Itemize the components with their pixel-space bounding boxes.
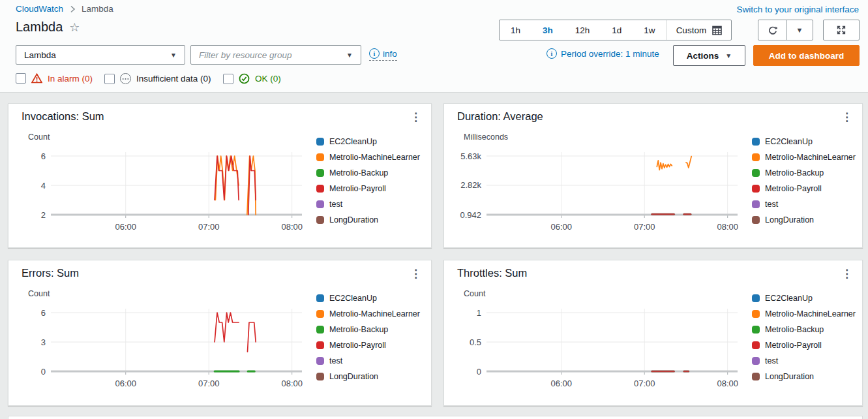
legend-item[interactable]: Metrolio-MachineLearner <box>752 309 856 318</box>
info-link[interactable]: i info <box>369 48 397 61</box>
legend-item[interactable]: test <box>316 200 420 209</box>
time-range-12h[interactable]: 12h <box>564 20 601 40</box>
fullscreen-button[interactable] <box>823 20 860 40</box>
chart-menu-button[interactable]: ⋮ <box>406 109 426 125</box>
ok-checkbox[interactable] <box>223 74 233 84</box>
favorite-star-icon[interactable]: ☆ <box>69 20 80 35</box>
y-axis-unit-label: Count <box>28 132 50 142</box>
insufficient-data-label: Insufficient data (0) <box>136 74 211 84</box>
legend-item[interactable]: Metrolio-MachineLearner <box>316 153 420 162</box>
legend-item[interactable]: LongDuration <box>316 372 420 381</box>
time-range-1h[interactable]: 1h <box>500 20 531 40</box>
legend-item[interactable]: Metrolio-Backup <box>316 168 420 178</box>
legend-item[interactable]: EC2CleanUp <box>316 294 420 303</box>
chart-plot[interactable]: 06:0007:0008:00036 <box>19 300 319 392</box>
add-to-dashboard-button[interactable]: Add to dashboard <box>753 45 860 66</box>
svg-text:07:00: 07:00 <box>634 222 655 232</box>
switch-interface-link[interactable]: Switch to your original interface <box>736 5 859 14</box>
metric-type-select[interactable]: Lambda ▼ <box>16 45 185 65</box>
chart-plot[interactable]: 06:0007:0008:0000.51 <box>455 300 755 392</box>
legend-item[interactable]: Metrolio-Backup <box>752 168 856 178</box>
legend-label: Metrolio-MachineLearner <box>765 309 856 318</box>
chart-legend: EC2CleanUpMetrolio-MachineLearnerMetroli… <box>316 294 420 381</box>
insufficient-data-checkbox[interactable] <box>104 74 115 84</box>
chart-card-invocations: Invocations: Sum ⋮ Count 06:0007:0008:00… <box>8 103 432 248</box>
refresh-button[interactable] <box>758 20 786 40</box>
legend-item[interactable]: Metrolio-Backup <box>752 325 856 334</box>
period-override-link[interactable]: i Period override: 1 minute <box>546 48 659 59</box>
legend-swatch <box>316 169 324 177</box>
legend-swatch <box>316 373 324 380</box>
legend-item[interactable]: Metrolio-MachineLearner <box>752 153 856 162</box>
svg-text:0: 0 <box>41 367 46 377</box>
legend-item[interactable]: Metrolio-Payroll <box>752 184 856 193</box>
y-axis-unit-label: Count <box>464 289 485 298</box>
circled-check-icon <box>239 73 250 84</box>
chart-menu-button[interactable]: ⋮ <box>837 109 857 125</box>
legend-swatch <box>316 357 324 365</box>
time-range-group: 1h 3h 12h 1d 1w Custom <box>499 20 732 40</box>
filter-ok: OK (0) <box>223 73 281 84</box>
chart-plot[interactable]: 06:0007:0008:00246 <box>19 143 319 236</box>
chart-menu-button[interactable]: ⋮ <box>837 266 857 282</box>
legend-item[interactable]: EC2CleanUp <box>752 137 856 146</box>
svg-text:07:00: 07:00 <box>198 222 220 232</box>
legend-swatch <box>316 153 324 161</box>
svg-text:06:00: 06:00 <box>550 222 572 232</box>
legend-item[interactable]: Metrolio-Payroll <box>316 184 420 193</box>
legend-item[interactable]: Metrolio-Backup <box>316 325 420 334</box>
svg-text:5.63k: 5.63k <box>460 151 481 161</box>
time-range-3h[interactable]: 3h <box>531 20 564 40</box>
chart-plot[interactable]: 06:0007:0008:000.9422.82k5.63k <box>455 143 755 236</box>
legend-item[interactable]: EC2CleanUp <box>316 137 420 146</box>
chart-card-duration: Duration: Average ⋮ Milliseconds 06:0007… <box>443 103 863 248</box>
chevron-down-icon: ▼ <box>725 52 732 59</box>
actions-button[interactable]: Actions ▼ <box>673 45 745 66</box>
legend-label: EC2CleanUp <box>329 294 377 303</box>
legend-label: EC2CleanUp <box>765 137 813 146</box>
chart-menu-button[interactable]: ⋮ <box>406 266 426 282</box>
legend-item[interactable]: LongDuration <box>316 215 420 225</box>
legend-item[interactable]: EC2CleanUp <box>752 294 856 303</box>
legend-item[interactable]: Metrolio-MachineLearner <box>316 309 420 318</box>
legend-item[interactable]: LongDuration <box>752 215 856 225</box>
legend-item[interactable]: test <box>752 356 856 365</box>
legend-item[interactable]: LongDuration <box>752 372 856 381</box>
y-axis-unit-label: Count <box>28 289 50 298</box>
custom-label: Custom <box>676 25 707 35</box>
legend-swatch <box>752 357 760 365</box>
legend-swatch <box>752 138 760 146</box>
time-range-custom[interactable]: Custom <box>666 20 732 40</box>
resource-group-filter[interactable]: Filter by resource group ▼ <box>190 45 361 65</box>
breadcrumb-current: Lambda <box>82 4 113 14</box>
legend-item[interactable]: test <box>752 200 856 209</box>
chart-title: Duration: Average <box>457 110 543 123</box>
legend-item[interactable]: Metrolio-Payroll <box>752 341 856 350</box>
time-range-1w[interactable]: 1w <box>633 20 666 40</box>
svg-text:2.82k: 2.82k <box>460 180 481 190</box>
breadcrumb-cloudwatch-link[interactable]: CloudWatch <box>16 4 63 14</box>
chart-legend: EC2CleanUpMetrolio-MachineLearnerMetroli… <box>316 137 420 225</box>
legend-label: Metrolio-Backup <box>329 325 388 334</box>
svg-text:0: 0 <box>477 367 481 377</box>
cloudwatch-dashboard: CloudWatch Lambda Switch to your origina… <box>0 0 868 419</box>
info-link-label: info <box>383 49 397 59</box>
svg-text:07:00: 07:00 <box>198 379 220 388</box>
legend-swatch <box>752 169 760 177</box>
refresh-options-caret[interactable]: ▼ <box>786 20 813 40</box>
legend-item[interactable]: test <box>316 356 420 365</box>
chart-legend: EC2CleanUpMetrolio-MachineLearnerMetroli… <box>752 137 856 225</box>
legend-label: Metrolio-MachineLearner <box>765 153 856 162</box>
warning-triangle-icon <box>31 73 42 84</box>
legend-swatch <box>752 200 760 208</box>
legend-label: Metrolio-Backup <box>329 168 388 178</box>
svg-text:6: 6 <box>41 151 46 161</box>
page-header: CloudWatch Lambda Switch to your origina… <box>0 0 868 93</box>
svg-text:06:00: 06:00 <box>115 222 136 232</box>
time-range-1d[interactable]: 1d <box>601 20 633 40</box>
breadcrumb: CloudWatch Lambda <box>16 4 113 14</box>
legend-swatch <box>316 200 324 208</box>
legend-item[interactable]: Metrolio-Payroll <box>316 341 420 350</box>
legend-label: LongDuration <box>329 215 378 225</box>
in-alarm-checkbox[interactable] <box>16 73 26 84</box>
